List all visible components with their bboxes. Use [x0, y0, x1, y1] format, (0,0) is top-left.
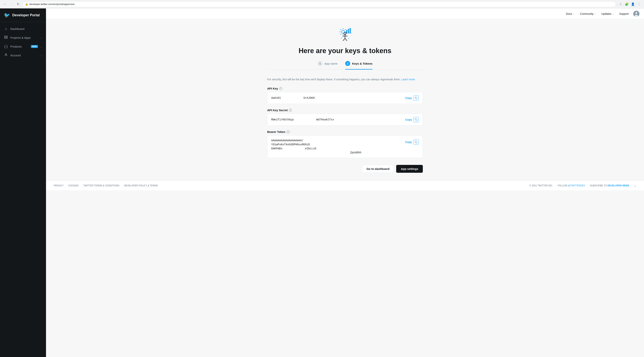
twitter-logo-icon: 🐦: [4, 12, 10, 18]
nav-label-support: Support: [619, 12, 629, 15]
bearer-token-value: AAAAAAAAAAAAAAAAAAA/ YG1wPvKvf4o%3DPHGsv…: [271, 138, 401, 155]
footer-twitter-handle[interactable]: @TWITTERDEV: [568, 184, 585, 187]
sidebar-item-products[interactable]: { } Products NEW ⌄: [0, 42, 46, 51]
chevron-down-icon: ⌄: [40, 54, 42, 57]
api-key-copy-button[interactable]: Copy: [405, 96, 412, 100]
bearer-token-label: Bearer Token i: [267, 130, 423, 134]
browser-chrome: ← → ↻ 🔒 developer.twitter.com/en/portal/…: [0, 0, 644, 8]
sidebar-item-account[interactable]: Account ⌄: [0, 51, 46, 60]
profile-button[interactable]: 👤: [630, 2, 636, 7]
chevron-down-icon: ⌄: [612, 12, 614, 15]
nav-item-community[interactable]: Community ⌄: [578, 11, 598, 17]
api-key-box: UwXn0l SrAJ0G9 Copy: [267, 92, 423, 104]
chevron-down-icon: ⌄: [40, 45, 42, 48]
sidebar-item-projects-apps[interactable]: Projects & Apps ⌄: [0, 33, 46, 42]
back-button[interactable]: ←: [2, 2, 8, 7]
footer-privacy-link[interactable]: PRIVACY: [54, 184, 64, 187]
sidebar-item-label: Products: [10, 45, 28, 48]
api-key-info-icon[interactable]: i: [279, 87, 282, 90]
step-app-name[interactable]: 1 App name: [318, 61, 338, 70]
svg-rect-1: [6, 36, 7, 37]
svg-point-20: [345, 40, 346, 41]
browser-nav-buttons: ← → ↻: [2, 2, 21, 7]
api-key-secret-info-icon[interactable]: i: [289, 109, 292, 112]
api-key-secret-copy-icon-button[interactable]: [414, 117, 419, 122]
api-key-secret-copy-button[interactable]: Copy: [405, 117, 412, 122]
nav-item-docs[interactable]: Docs ⌄: [564, 11, 577, 17]
footer-cookies-link[interactable]: COOKIES: [68, 184, 79, 187]
footer-links: PRIVACY COOKIES TWITTER TERMS & CONDITIO…: [54, 184, 158, 187]
step-label-app-name: App name: [324, 62, 338, 65]
action-buttons: Go to dashboard App settings: [267, 165, 423, 173]
step-keys-tokens[interactable]: 2 Keys & Tokens: [345, 61, 372, 70]
api-key-secret-actions: Copy: [405, 117, 419, 122]
browser-extra-buttons: ☆ 🧩 👤 ⋮: [618, 2, 642, 7]
bearer-token-info-icon[interactable]: i: [286, 130, 290, 134]
page-footer: PRIVACY COOKIES TWITTER TERMS & CONDITIO…: [46, 180, 644, 190]
footer-policy-link[interactable]: DEVELOPER POLICY & TERMS: [124, 184, 158, 187]
sidebar: 🐦 Developer Portal ⌂ Dashboard Projects …: [0, 8, 46, 357]
footer-right: © 2021 TWITTER INC. FOLLOW @TWITTERDEV S…: [530, 184, 636, 187]
new-badge: NEW: [31, 45, 38, 48]
products-icon: { }: [4, 44, 8, 48]
learn-more-link[interactable]: Learn more: [401, 78, 415, 81]
api-key-copy-icon-button[interactable]: [414, 95, 419, 101]
app-settings-button[interactable]: App settings: [396, 165, 423, 173]
nav-item-updates[interactable]: Updates ⌄: [599, 11, 616, 17]
footer-subscribe: SUBSCRIBE TO DEVELOPER NEWS: [590, 184, 629, 187]
bearer-token-box: AAAAAAAAAAAAAAAAAAA/ YG1wPvKvf4o%3DPHGsv…: [267, 135, 423, 158]
svg-point-4: [5, 54, 6, 55]
main-content: Docs ⌄ Community ⌄ Updates ⌄ Support: [46, 8, 644, 357]
sidebar-item-label: Account: [10, 54, 38, 57]
nav-item-support[interactable]: Support: [617, 11, 631, 17]
forward-button[interactable]: →: [9, 2, 14, 7]
reload-button[interactable]: ↻: [15, 2, 21, 7]
svg-line-16: [343, 38, 345, 41]
projects-icon: [4, 36, 8, 40]
svg-rect-9: [346, 30, 347, 33]
svg-rect-10: [348, 29, 349, 33]
app-layout: 🐦 Developer Portal ⌂ Dashboard Projects …: [0, 8, 644, 357]
top-nav: Docs ⌄ Community ⌄ Updates ⌄ Support: [46, 8, 644, 19]
address-bar[interactable]: 🔒 developer.twitter.com/en/portal/apps/n…: [22, 1, 616, 7]
sidebar-item-label: Projects & Apps: [10, 36, 38, 39]
bearer-token-copy-icon-button[interactable]: [414, 140, 419, 145]
step-num-1: 1: [318, 61, 322, 66]
chevron-down-icon: ⌄: [573, 12, 574, 15]
sidebar-item-dashboard[interactable]: ⌂ Dashboard: [0, 24, 46, 33]
more-button[interactable]: ⋮: [636, 2, 642, 7]
extensions-button[interactable]: 🧩: [624, 2, 630, 7]
lock-icon: 🔒: [25, 3, 28, 6]
footer-terms-link[interactable]: TWITTER TERMS & CONDITIONS: [83, 184, 119, 187]
api-key-section: API Key i UwXn0l SrAJ0G9 Copy: [267, 87, 423, 104]
step-num-2: 2: [345, 61, 350, 66]
svg-rect-0: [4, 36, 6, 37]
api-key-value: UwXn0l SrAJ0G9: [271, 96, 401, 100]
footer-subscribe-link[interactable]: DEVELOPER NEWS: [608, 184, 629, 187]
bearer-token-section: Bearer Token i AAAAAAAAAAAAAAAAAAA/ YG1w…: [267, 130, 423, 158]
page-content: Here are your keys & tokens 1 App name 2…: [46, 19, 644, 357]
svg-rect-12: [346, 33, 352, 33]
footer-follow: FOLLOW @TWITTERDEV: [558, 184, 585, 187]
api-key-actions: Copy: [405, 95, 419, 101]
bookmark-button[interactable]: ☆: [618, 2, 623, 7]
bearer-token-copy-button[interactable]: Copy: [405, 140, 412, 144]
security-note: For security, this will be the last time…: [267, 77, 423, 82]
sidebar-item-label: Dashboard: [10, 27, 42, 30]
bearer-token-actions: Copy: [405, 140, 419, 145]
svg-rect-23: [416, 142, 417, 144]
nav-label-community: Community: [580, 12, 594, 15]
sidebar-title: Developer Portal: [12, 13, 40, 18]
nav-label-updates: Updates: [602, 12, 612, 15]
user-avatar[interactable]: [633, 11, 640, 17]
go-to-dashboard-button[interactable]: Go to dashboard: [362, 165, 394, 173]
footer-chevron-icon[interactable]: ⌄: [634, 184, 636, 187]
nav-label-docs: Docs: [566, 12, 572, 15]
svg-line-17: [345, 38, 347, 41]
footer-copyright: © 2021 TWITTER INC.: [530, 184, 553, 187]
api-key-label: API Key i: [267, 87, 423, 90]
page-title: Here are your keys & tokens: [267, 47, 423, 55]
svg-point-19: [348, 38, 349, 39]
svg-point-18: [341, 38, 342, 38]
steps-nav: 1 App name 2 Keys & Tokens: [267, 61, 423, 70]
